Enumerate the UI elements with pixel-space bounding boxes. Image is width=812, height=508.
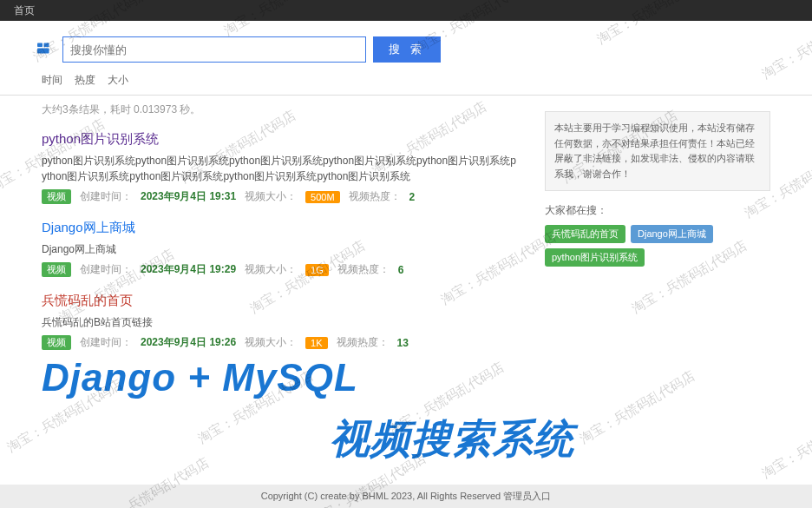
heat-value: 6 [398,264,404,276]
type-badge: 视频 [42,189,71,204]
tags-title: 大家都在搜： [545,203,770,218]
result-title[interactable]: python图片识别系统 [42,131,159,148]
site-notice: 本站主要用于学习编程知识使用，本站没有储存任何数据，亦不对结果承担任何责任！本站… [545,111,770,191]
result-title[interactable]: 兵慌码乱的首页 [42,293,133,309]
hot-tag[interactable]: Django网上商城 [631,225,713,243]
svg-rect-2 [37,49,49,54]
search-result: python图片识别系统 python图片识别系统python图片识别系统pyt… [42,131,519,204]
svg-rect-1 [44,43,49,48]
result-desc: python图片识别系统python图片识别系统python图片识别系统pyth… [42,153,519,184]
sidebar: 本站主要用于学习编程知识使用，本站没有储存任何数据，亦不对结果承担任何责任！本站… [545,102,770,366]
content: 大约3条结果，耗时 0.013973 秒。 python图片识别系统 pytho… [0,102,812,366]
results-main: 大约3条结果，耗时 0.013973 秒。 python图片识别系统 pytho… [42,102,519,366]
heat-label: 视频热度： [337,262,390,277]
filter-size[interactable]: 大小 [108,73,128,88]
type-badge: 视频 [42,335,71,350]
search-input[interactable] [62,36,366,63]
create-label: 创建时间： [80,189,132,204]
svg-rect-0 [37,43,43,48]
size-badge: 1G [305,264,329,276]
footer: Copyright (C) create by BHML 2023, All R… [0,485,812,508]
overlay-title-1: Django + MySQL [42,356,358,399]
tags-list: 兵慌码乱的首页Django网上商城python图片识别系统 [545,225,770,267]
create-time: 2023年9月4日 19:29 [141,262,236,277]
video-icon [35,42,56,57]
result-meta: 视频 创建时间： 2023年9月4日 19:31 视频大小： 500M 视频热度… [42,189,519,204]
search-button[interactable]: 搜 索 [373,36,441,63]
heat-label: 视频热度： [349,189,401,204]
hot-tag[interactable]: python图片识别系统 [545,248,645,267]
size-badge: 1K [305,337,327,349]
filter-bar: 时间 热度 大小 [0,73,812,95]
result-title[interactable]: Django网上商城 [42,220,135,236]
divider [0,95,812,96]
watermark: 淘宝：兵慌码乱代码店 [759,403,812,482]
size-badge: 500M [305,191,340,203]
search-bar: 搜 索 [0,21,812,73]
result-desc: 兵慌码乱的B站首页链接 [42,314,519,330]
search-result: 兵慌码乱的首页 兵慌码乱的B站首页链接 视频 创建时间： 2023年9月4日 1… [42,293,519,350]
result-stats: 大约3条结果，耗时 0.013973 秒。 [42,102,519,117]
result-meta: 视频 创建时间： 2023年9月4日 19:29 视频大小： 1G 视频热度： … [42,262,519,277]
overlay-title-2: 视频搜索系统 [330,412,574,466]
watermark: 淘宝：兵慌码乱代码店 [577,368,697,447]
result-meta: 视频 创建时间： 2023年9月4日 19:26 视频大小： 1K 视频热度： … [42,335,519,350]
filter-heat[interactable]: 热度 [75,73,95,88]
heat-value: 13 [397,337,409,349]
hot-tag[interactable]: 兵慌码乱的首页 [545,225,625,243]
nav-home[interactable]: 首页 [14,4,35,16]
heat-label: 视频热度： [337,335,389,350]
result-desc: Django网上商城 [42,241,519,257]
create-label: 创建时间： [80,262,132,277]
create-label: 创建时间： [80,335,132,350]
search-result: Django网上商城 Django网上商城 视频 创建时间： 2023年9月4日… [42,220,519,277]
size-label: 视频大小： [245,335,297,350]
filter-time[interactable]: 时间 [42,73,62,88]
topbar: 首页 [0,0,812,21]
create-time: 2023年9月4日 19:31 [141,189,236,204]
create-time: 2023年9月4日 19:26 [141,335,236,350]
size-label: 视频大小： [245,189,297,204]
heat-value: 2 [409,191,416,203]
size-label: 视频大小： [245,262,297,277]
type-badge: 视频 [42,262,71,277]
